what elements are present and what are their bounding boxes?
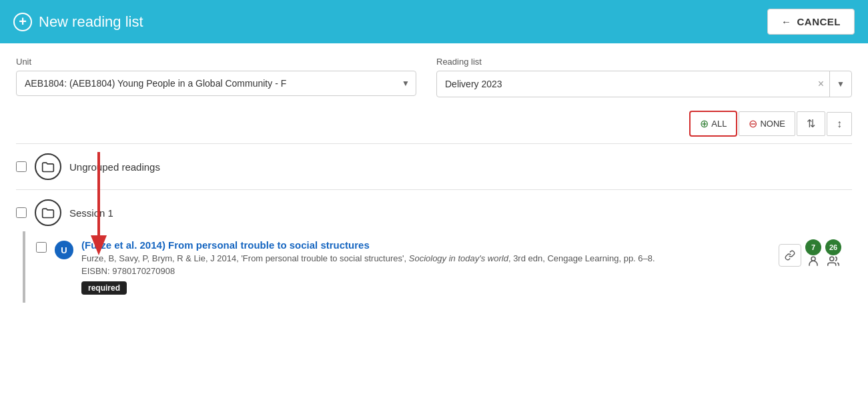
svg-point-0 [811,257,815,261]
reading-entry: U (Furze et al. 2014) From personal trou… [23,231,852,303]
session1-checkbox[interactable] [16,207,27,218]
reading-tag: required [81,281,127,295]
collapse-icon: ⇅ [807,117,815,130]
reading-list-select-wrapper: Delivery 2023 × ▼ [436,71,852,97]
none-label: NONE [760,119,785,129]
main-content: Unit AEB1804: (AEB1804) Young People in … [0,43,868,316]
reading-content: (Furze et al. 2014) From personal troubl… [81,239,771,295]
reading-citation: Furze, B, Savy, P, Brym, R & Lie, J 2014… [81,253,771,263]
ungrouped-label: Ungrouped readings [69,161,160,173]
users-icon [827,255,839,271]
badge-group-7: 7 [805,239,821,271]
eisbn-value: 9780170270908 [112,266,175,276]
reading-icon-letter: U [61,245,67,255]
session1-folder-icon [35,199,61,226]
unit-form-group: Unit AEB1804: (AEB1804) Young People in … [16,57,416,96]
unit-select[interactable]: AEB1804: (AEB1804) Young People in a Glo… [16,71,416,96]
add-all-icon: ⊕ [700,117,709,130]
reading-actions: 7 26 [779,239,841,271]
reading-list-label: Reading list [436,57,852,67]
citation-plain: Furze, B, Savy, P, Brym, R & Lie, J 2014… [81,253,409,263]
badge-26: 26 [825,239,841,255]
session-1-item: Session 1 [16,190,852,231]
reading-list-dropdown-icon[interactable]: ▼ [830,73,851,95]
unit-select-wrapper: AEB1804: (AEB1804) Young People in a Glo… [16,71,416,96]
citation-end: , 3rd edn, Cengage Learning, pp. 6–8. [508,253,655,263]
reading-list-form-group: Reading list Delivery 2023 × ▼ [436,57,852,97]
reading-entry-header: U (Furze et al. 2014) From personal trou… [36,239,841,295]
back-arrow-icon: ← [781,16,792,27]
reading-eisbn: EISBN: 9780170270908 [81,266,771,276]
reading-list-clear-icon[interactable]: × [813,71,830,97]
list-item: Ungrouped readings [16,144,852,190]
page-title: New reading list [39,13,143,31]
citation-italic: Sociology in today's world [409,253,508,263]
cancel-label: CANCEL [797,16,841,27]
expand-all-button[interactable]: ↕ [827,112,852,136]
select-none-button[interactable]: ⊖ NONE [739,111,795,136]
unit-label: Unit [16,57,416,67]
collapse-all-button[interactable]: ⇅ [797,111,825,136]
reading-list-value: Delivery 2023 [437,72,813,96]
ungrouped-checkbox[interactable] [16,161,27,172]
session1-label: Session 1 [69,207,113,219]
user-icon [807,255,819,271]
reading-title[interactable]: (Furze et al. 2014) From personal troubl… [81,239,370,251]
link-icon-button[interactable] [779,244,801,267]
expand-icon: ↕ [837,118,842,130]
ungrouped-folder-icon [35,153,61,180]
header: + New reading list ← CANCEL [0,0,868,43]
badge-7: 7 [805,239,821,255]
svg-point-1 [830,257,834,261]
cancel-button[interactable]: ← CANCEL [767,9,855,35]
toolbar-row: ⊕ ALL ⊖ NONE ⇅ ↕ [16,111,852,137]
remove-none-icon: ⊖ [749,117,757,130]
reading-type-icon: U [55,241,73,259]
select-all-button[interactable]: ⊕ ALL [689,111,737,137]
badge-group-26: 26 [825,239,841,271]
header-title-group: + New reading list [13,13,143,31]
eisbn-label: EISBN: [81,266,110,276]
form-row: Unit AEB1804: (AEB1804) Young People in … [16,57,852,97]
reading-entry-checkbox[interactable] [36,242,47,253]
new-reading-list-icon: + [13,13,32,31]
all-label: ALL [711,119,727,129]
